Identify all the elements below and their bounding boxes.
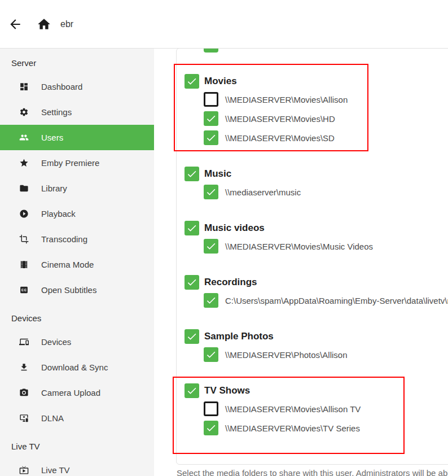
sidebar-item-label: Cinema Mode: [41, 260, 94, 269]
media-folder-row: \\MEDIASERVER\Movies\HD: [204, 111, 448, 126]
media-group-header: Recordings: [185, 275, 448, 290]
dashboard-icon: [19, 82, 29, 91]
checkbox-unchecked[interactable]: [204, 92, 218, 107]
media-group-label[interactable]: Music: [204, 168, 231, 180]
media-group-movies: Movies\\MEDIASERVER\Movies\Allison\\MEDI…: [185, 74, 448, 145]
checkbox-checked[interactable]: [204, 111, 218, 126]
media-folder-row: \\MEDIASERVER\Movies\Allison TV: [204, 401, 448, 416]
checkbox-checked[interactable]: [185, 383, 199, 398]
check-icon: [205, 186, 217, 198]
live-tv-icon: [19, 465, 29, 475]
media-folder-label[interactable]: \\MEDIASERVER\Movies\Allison TV: [225, 404, 361, 414]
media-folder-label[interactable]: C:\Users\spam\AppData\Roaming\Emby-Serve…: [225, 296, 448, 305]
media-group-label[interactable]: Movies: [204, 76, 237, 87]
checkbox-checked[interactable]: [204, 421, 218, 435]
sidebar-item-label: Open Subtitles: [41, 285, 96, 295]
sidebar-section-header-server: Server: [0, 58, 154, 68]
sidebar-item-emby-premiere[interactable]: Emby Premiere: [0, 150, 154, 176]
sidebar-item-settings[interactable]: Settings: [0, 99, 154, 125]
media-group-label[interactable]: Sample Photos: [204, 331, 274, 342]
play-circle-icon: [19, 209, 29, 219]
media-folder-row: \\MEDIASERVER\Movies\Music Videos: [204, 239, 448, 254]
sidebar-item-devices[interactable]: Devices: [0, 329, 154, 355]
checkbox-clipped[interactable]: [204, 49, 218, 53]
sidebar-item-label: Playback: [41, 209, 76, 219]
sidebar-item-users[interactable]: Users: [0, 125, 154, 150]
media-folder-label[interactable]: \\MEDIASERVER\Movies\Music Videos: [225, 242, 373, 251]
check-icon: [186, 331, 197, 342]
closed-caption-icon: [19, 285, 29, 295]
checkbox-checked[interactable]: [204, 239, 218, 254]
home-icon: [37, 17, 51, 32]
checkbox-checked[interactable]: [185, 275, 199, 290]
sidebar-item-download-sync[interactable]: Download & Sync: [0, 355, 154, 380]
sidebar-item-library[interactable]: Library: [0, 176, 154, 201]
media-group-label[interactable]: TV Shows: [204, 385, 250, 396]
media-folder-label[interactable]: \\MEDIASERVER\Movies\TV Series: [225, 423, 360, 433]
back-button[interactable]: [7, 16, 23, 32]
users-icon: [19, 133, 29, 142]
folder-icon: [19, 184, 29, 193]
gear-icon: [19, 107, 29, 117]
media-group-tv-shows: TV Shows\\MEDIASERVER\Movies\Allison TV\…: [185, 383, 448, 435]
crop-icon: [19, 234, 29, 244]
check-icon: [186, 222, 197, 234]
media-folder-row: \\MEDIASERVER\Movies\SD: [204, 130, 448, 145]
sidebar-item-label: Settings: [41, 107, 72, 117]
star-icon: [19, 158, 29, 168]
media-folder-label[interactable]: \\MEDIASERVER\Movies\HD: [225, 114, 335, 124]
home-button[interactable]: [36, 16, 52, 32]
checkbox-checked[interactable]: [204, 347, 218, 362]
sidebar-item-transcoding[interactable]: Transcoding: [0, 226, 154, 252]
checkbox-checked[interactable]: [204, 293, 218, 308]
checkbox-unchecked[interactable]: [204, 401, 218, 416]
page-title: ebr: [60, 19, 73, 29]
checkbox-checked[interactable]: [185, 167, 199, 181]
download-icon: [19, 363, 29, 372]
checkbox-checked[interactable]: [185, 329, 199, 344]
media-folder-label[interactable]: \\MEDIASERVER\Movies\SD: [225, 133, 335, 143]
sidebar-section-header-devices: Devices: [0, 313, 154, 324]
check-icon: [205, 295, 217, 306]
sidebar-item-label: Emby Premiere: [41, 158, 99, 168]
sidebar-item-label: Users: [41, 133, 63, 142]
media-groups: Movies\\MEDIASERVER\Movies\Allison\\MEDI…: [185, 74, 448, 457]
media-group-header: Music: [185, 167, 448, 181]
sidebar-item-dlna[interactable]: DLNA: [0, 405, 154, 431]
top-bar: ebr: [0, 0, 448, 49]
media-group-header: TV Shows: [185, 383, 448, 398]
sidebar-item-live-tv[interactable]: Live TV: [0, 457, 154, 476]
sidebar-item-playback[interactable]: Playback: [0, 201, 154, 226]
check-icon: [205, 132, 217, 143]
media-group-header: Music videos: [185, 221, 448, 235]
sidebar-item-dashboard[interactable]: Dashboard: [0, 74, 154, 99]
checkbox-checked[interactable]: [185, 74, 199, 89]
camera-icon: [19, 388, 29, 398]
checkbox-checked[interactable]: [204, 185, 218, 199]
check-icon: [205, 422, 217, 434]
sidebar-item-cinema-mode[interactable]: Cinema Mode: [0, 252, 154, 277]
media-folder-label[interactable]: \\MEDIASERVER\Movies\Allison: [225, 95, 348, 104]
check-icon: [186, 168, 197, 180]
media-folder-label[interactable]: \\mediaserver\music: [225, 187, 301, 197]
media-folder-row: \\MEDIASERVER\Photos\Allison: [204, 347, 448, 362]
media-folder-row: C:\Users\spam\AppData\Roaming\Emby-Serve…: [204, 293, 448, 308]
check-icon: [186, 76, 197, 87]
sidebar-item-label: Devices: [41, 337, 71, 347]
film-icon: [19, 260, 29, 269]
sidebar-item-camera-upload[interactable]: Camera Upload: [0, 380, 154, 405]
check-icon: [186, 277, 197, 288]
media-folder-label[interactable]: \\MEDIASERVER\Photos\Allison: [225, 350, 347, 360]
sidebar-item-open-subtitles[interactable]: Open Subtitles: [0, 277, 154, 303]
checkbox-checked[interactable]: [185, 221, 199, 235]
devices-icon: [19, 337, 29, 347]
media-group-header: Movies: [185, 74, 448, 89]
media-group-header: Sample Photos: [185, 329, 448, 344]
media-group-music-videos: Music videos\\MEDIASERVER\Movies\Music V…: [185, 221, 448, 254]
sidebar-item-label: DLNA: [41, 413, 64, 423]
sidebar-item-label: Dashboard: [41, 82, 82, 91]
checkbox-checked[interactable]: [204, 130, 218, 145]
check-icon: [205, 241, 217, 252]
media-group-label[interactable]: Music videos: [204, 222, 265, 234]
media-group-label[interactable]: Recordings: [204, 277, 257, 288]
